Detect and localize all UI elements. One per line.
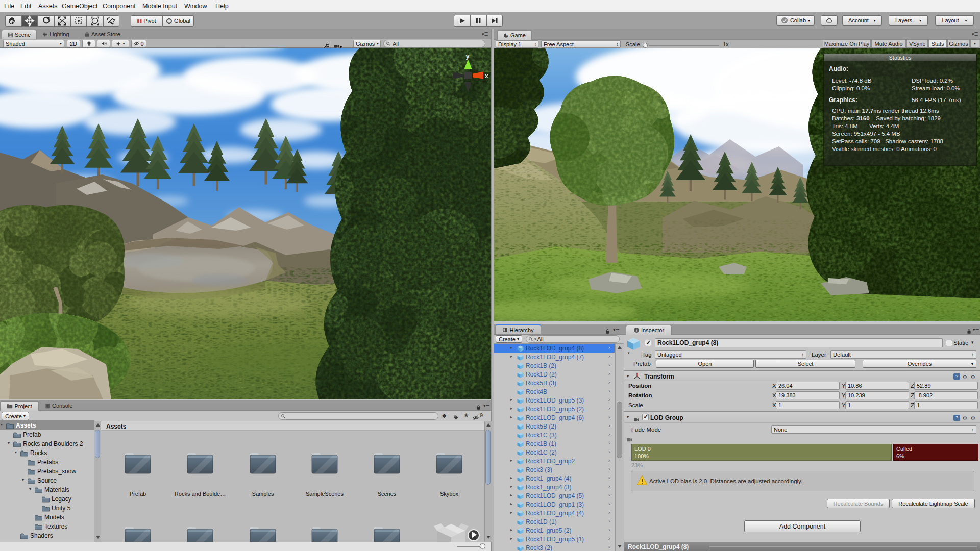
svg-text:y: y — [465, 52, 470, 60]
svg-text:x: x — [485, 72, 488, 80]
